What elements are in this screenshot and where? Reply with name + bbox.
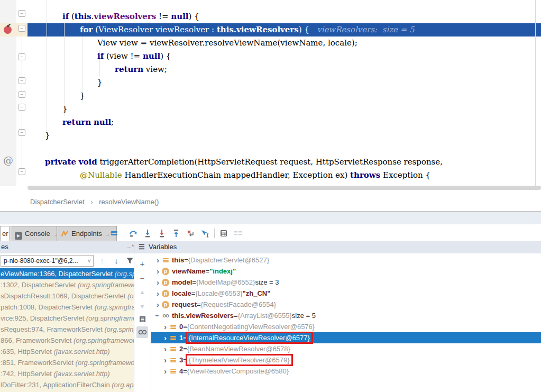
toolbar-separator	[124, 229, 124, 238]
variable-row[interactable]: ›3 = {ThymeleafViewResolver@6579}	[151, 354, 541, 366]
remove-watch-icon[interactable]: −	[136, 272, 148, 284]
chevron-right-icon[interactable]: ›	[154, 266, 161, 277]
variable-row[interactable]: ›0 = {ContentNegotiatingViewResolver@657…	[151, 321, 541, 332]
code-line[interactable]: @Nullable HandlerExecutionChain mappedHa…	[27, 169, 541, 182]
fold-marker[interactable]: −	[19, 168, 25, 175]
variable-name: locale	[172, 288, 191, 299]
tab-debugger-partial[interactable]: er	[0, 226, 10, 241]
step-over-icon[interactable]	[127, 227, 139, 239]
code-line[interactable]	[27, 142, 541, 156]
show-watches-icon[interactable]	[136, 326, 148, 338]
variable-row[interactable]: ›prequest = {RequestFacade@6554}	[151, 299, 541, 310]
step-into-icon[interactable]	[142, 227, 153, 239]
code-token: }	[97, 78, 103, 87]
frame-down-icon[interactable]: ↓	[111, 255, 122, 267]
code-text[interactable]: if (this.viewResolvers != null) {for (Vi…	[0, 0, 541, 186]
stack-frame-row[interactable]: sRequest:974, FrameworkServlet (org.spri…	[0, 324, 134, 335]
param-icon: p	[161, 301, 170, 308]
copy-icon[interactable]	[136, 313, 148, 325]
code-line[interactable]: }	[27, 76, 541, 89]
force-step-into-icon[interactable]	[156, 227, 168, 239]
chevron-right-icon[interactable]: ›	[162, 321, 169, 332]
frame-package: (org.apa	[112, 381, 134, 389]
fold-marker[interactable]: −	[19, 129, 25, 136]
bar	[170, 349, 176, 350]
breadcrumb-class[interactable]: DispatcherServlet	[30, 198, 85, 206]
chevron-down-icon[interactable]: ›	[152, 312, 163, 319]
stack-frame-row[interactable]: lDoFilter:231, ApplicationFilterChain (o…	[0, 379, 134, 390]
code-line[interactable]: }	[27, 103, 541, 116]
frame-up-icon[interactable]: ↑	[96, 255, 108, 267]
run-to-cursor-icon[interactable]	[199, 227, 210, 239]
code-line[interactable]: View view = viewResolver.resolveViewName…	[27, 37, 541, 50]
code-line[interactable]: for (ViewResolver viewResolver : this.vi…	[27, 23, 541, 37]
move-watch-up-icon[interactable]: ▲	[136, 286, 148, 298]
breadcrumb-method[interactable]: resolveViewName()	[99, 198, 159, 206]
variable-row[interactable]: ›oothis.viewResolvers = {ArrayList@6555}…	[151, 310, 541, 321]
code-line[interactable]: if (this.viewResolvers != null) {	[27, 10, 541, 23]
code-line[interactable]: }	[27, 89, 541, 103]
code-line[interactable]: }	[27, 129, 541, 142]
filter-frames-icon[interactable]	[124, 255, 134, 267]
code-line-text: if (this.viewResolvers != null) {	[27, 12, 199, 21]
breakpoint-icon[interactable]: ✔	[4, 26, 12, 34]
bar	[170, 360, 176, 361]
equals-sign: =	[183, 321, 187, 332]
inline-values-muted-icon[interactable]	[232, 227, 244, 239]
fold-marker[interactable]: −	[19, 104, 25, 111]
code-line[interactable]: return null;	[27, 116, 541, 129]
chevron-right-icon[interactable]: ›	[154, 277, 161, 288]
stack-frame-row[interactable]: eViewName:1366, DispatcherServlet (org.s…	[0, 268, 134, 279]
fold-marker[interactable]: −	[19, 77, 25, 84]
chevron-right-icon[interactable]: ›	[154, 254, 161, 266]
stack-frame-row[interactable]: :1302, DispatcherServlet (org.springfram…	[0, 279, 134, 290]
frames-list[interactable]: eViewName:1366, DispatcherServlet (org.s…	[0, 268, 134, 392]
watches-toolbar: + − ▲ ▼	[134, 253, 151, 392]
code-line[interactable]: return view;	[27, 63, 541, 76]
fold-marker[interactable]: −	[19, 25, 25, 32]
step-out-icon[interactable]	[170, 227, 182, 239]
bar	[163, 260, 169, 261]
variable-row[interactable]: ›4 = {ViewResolverComposite@6580}	[151, 366, 541, 377]
variable-row[interactable]: ›plocale = {Locale@6553} "zh_CN"	[151, 288, 541, 299]
tab-endpoints[interactable]: Endpoints→*	[57, 226, 117, 241]
evaluate-expression-icon[interactable]	[218, 227, 230, 239]
code-editor[interactable]: if (this.viewResolvers != null) {for (Vi…	[0, 0, 541, 212]
variable-row[interactable]: ›this = {DispatcherServlet@6527}	[151, 254, 541, 266]
chevron-right-icon[interactable]: ›	[154, 299, 161, 310]
chevron-right-icon[interactable]: ›	[162, 343, 169, 354]
variable-row[interactable]: ›1 = {InternalResourceViewResolver@6577}	[151, 332, 541, 343]
move-watch-down-icon[interactable]: ▼	[136, 300, 148, 312]
variables-tree[interactable]: ›this = {DispatcherServlet@6527}›pviewNa…	[151, 253, 541, 392]
drop-frame-icon[interactable]	[185, 227, 196, 239]
stack-frame-row[interactable]: vice:925, DispatcherServlet (org.springf…	[0, 313, 134, 324]
value-icon	[170, 369, 176, 374]
add-watch-icon[interactable]: +	[136, 258, 148, 269]
stack-frame-row[interactable]: :742, HttpServlet (javax.servlet.http)	[0, 368, 134, 379]
variable-value: "zh_CN"	[243, 288, 271, 299]
stack-frame-row[interactable]: :635, HttpServlet (javax.servlet.http)	[0, 346, 134, 357]
chevron-right-icon[interactable]: ›	[154, 288, 161, 299]
code-line[interactable]: if (view != null) {	[27, 50, 541, 63]
stack-frame-row[interactable]: sDispatchResult:1069, DispatcherServlet …	[0, 290, 134, 302]
variable-row[interactable]: ›pviewName = "indexj"	[151, 266, 541, 277]
fold-marker[interactable]: −	[19, 10, 25, 17]
code-line[interactable]: private void triggerAfterCompletion(Http…	[27, 156, 541, 169]
fold-marker[interactable]: −	[19, 91, 25, 98]
chevron-right-icon[interactable]: ›	[162, 354, 169, 366]
stack-frame-row[interactable]: :851, FrameworkServlet (org.springframew…	[0, 357, 134, 368]
show-execution-point-icon[interactable]	[108, 227, 120, 239]
stack-frame-row[interactable]: 866, FrameworkServlet (org.springframewo…	[0, 335, 134, 346]
variable-row[interactable]: ›2 = {BeanNameViewResolver@6578}	[151, 343, 541, 354]
variable-name: 1	[179, 332, 183, 343]
variable-row[interactable]: ›pmodel = {ModelMap@6552} size = 3	[151, 277, 541, 288]
bar	[170, 325, 176, 326]
pin-icon[interactable]: →*	[126, 243, 134, 250]
variables-menu-icon[interactable]: ☰	[139, 243, 145, 251]
stack-frame-row[interactable]: patch:1008, DispatcherServlet (org.sprin…	[0, 302, 134, 313]
horizontal-scrollbar[interactable]	[27, 186, 541, 190]
thread-selector-dropdown[interactable]: p-nio-8080-exec-1"@6,2... ˅	[1, 255, 94, 267]
chevron-right-icon[interactable]: ›	[162, 366, 169, 377]
fold-marker[interactable]: −	[19, 53, 25, 60]
chevron-right-icon[interactable]: ›	[162, 332, 169, 343]
